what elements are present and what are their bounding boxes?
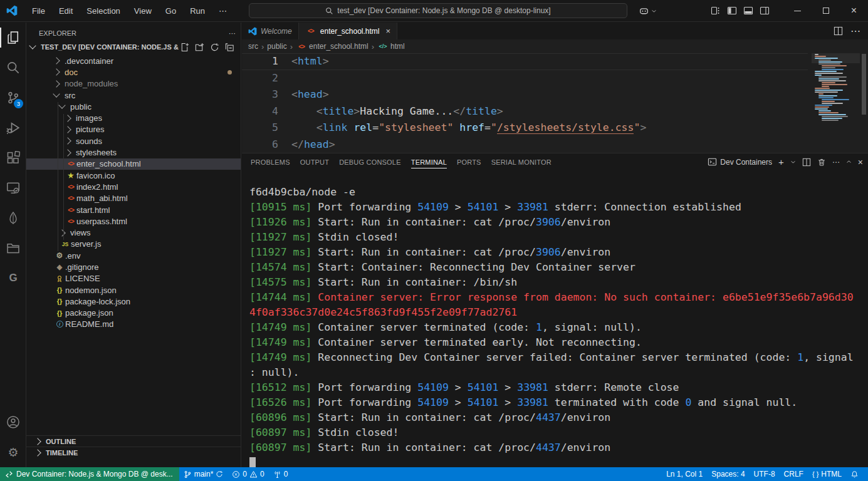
indentation[interactable]: Spaces: 4 <box>707 470 749 478</box>
terminal-dropdown-icon[interactable] <box>790 159 796 165</box>
new-terminal-icon[interactable]: + <box>778 157 784 167</box>
terminal-profile[interactable]: Dev Containers <box>708 157 772 167</box>
remote-indicator[interactable]: Dev Container: Node.js & Mongo DB @ desk… <box>0 467 179 481</box>
gitlens-icon[interactable]: G <box>0 263 26 293</box>
workspace-section-header[interactable]: TEST_DEV [DEV CONTAINER: NODE.JS & MONGO… <box>26 40 241 54</box>
menu-item-go[interactable]: Go <box>160 4 182 18</box>
menu-item-selection[interactable]: Selection <box>81 4 125 18</box>
collapse-all-icon[interactable] <box>225 43 234 52</box>
customize-layout-icon[interactable] <box>711 6 721 16</box>
toggle-sidebar-icon[interactable] <box>727 6 737 16</box>
remote-explorer-icon[interactable] <box>0 173 26 203</box>
tab-close-icon[interactable]: × <box>386 26 391 36</box>
maximize-panel-icon[interactable] <box>846 159 852 165</box>
command-center-search[interactable]: test_dev [Dev Container: Node.js & Mongo… <box>249 3 627 18</box>
panel-tab-problems[interactable]: PROBLEMS <box>251 155 290 170</box>
editor-scrollbar[interactable] <box>862 54 866 115</box>
tree-item-enter-school-html[interactable]: <>enter_school.html <box>26 158 241 170</box>
eol-sequence[interactable]: CRLF <box>780 470 808 478</box>
notifications-bell-icon[interactable] <box>846 470 863 478</box>
search-text: test_dev [Dev Container: Node.js & Mongo… <box>337 6 550 15</box>
new-folder-icon[interactable] <box>195 43 204 52</box>
tree-item--env[interactable]: ⚙.env <box>26 250 241 261</box>
git-branch-icon <box>184 470 192 478</box>
code-editor[interactable]: 123456 <html><head> <title>Hacking Game.… <box>242 53 868 153</box>
encoding[interactable]: UTF-8 <box>750 470 780 478</box>
tree-item-index2-html[interactable]: <>index2.html <box>26 181 241 192</box>
tree-item--gitignore[interactable]: ◈.gitignore <box>26 261 241 272</box>
search-icon[interactable] <box>0 53 26 83</box>
tree-item-package-lock-json[interactable]: {}package-lock.json <box>26 296 241 307</box>
menu-item-view[interactable]: View <box>128 4 157 18</box>
code-lines: <html><head> <title>Hacking Game...</tit… <box>291 53 646 153</box>
panel-tab-debug-console[interactable]: DEBUG CONSOLE <box>339 155 401 170</box>
extensions-icon[interactable] <box>0 143 26 173</box>
tab-welcome[interactable]: Welcome <box>242 23 299 39</box>
ports-item[interactable]: 0 <box>269 470 293 478</box>
new-file-icon[interactable] <box>180 43 189 52</box>
account-icon[interactable] <box>0 407 26 437</box>
tree-item-start-html[interactable]: <>start.html <box>26 204 241 215</box>
tree-item-server-js[interactable]: JSserver.js <box>26 239 241 250</box>
tree-item-views[interactable]: views <box>26 227 241 238</box>
breadcrumb-enter-school-html[interactable]: <>enter_school.html <box>296 42 369 51</box>
language-mode[interactable]: { } HTML <box>808 470 846 478</box>
toggle-panel-icon[interactable] <box>743 6 753 16</box>
tree-item-public[interactable]: public <box>26 101 241 112</box>
mongodb-icon[interactable] <box>0 203 26 233</box>
toggle-secondary-sidebar-icon[interactable] <box>760 6 770 16</box>
breadcrumb-public[interactable]: public <box>267 42 286 51</box>
panel-more-actions-icon[interactable]: ⋯ <box>832 158 840 167</box>
tree-item-images[interactable]: images <box>26 112 241 123</box>
split-editor-icon[interactable] <box>834 26 843 36</box>
problems-item[interactable]: 0 0 <box>227 470 268 478</box>
tree-item-node-modules[interactable]: node_modules <box>26 78 241 90</box>
tree-item-sounds[interactable]: sounds <box>26 135 241 147</box>
editor-more-actions-icon[interactable]: ⋯ <box>850 25 860 37</box>
breadcrumb-src[interactable]: src <box>248 42 258 51</box>
tree-item-readme-md[interactable]: iREADME.md <box>26 319 241 330</box>
close-panel-icon[interactable]: × <box>858 157 863 167</box>
tree-item-label: src <box>65 91 75 100</box>
tree-item-favicon-ico[interactable]: ★favicon.ico <box>26 170 241 181</box>
window-minimize-button[interactable] <box>783 0 812 21</box>
refresh-icon[interactable] <box>210 43 219 52</box>
tree-item-doc[interactable]: doc <box>26 66 241 78</box>
run-debug-icon[interactable] <box>0 113 26 143</box>
tree-item-license[interactable]: LICENSE <box>26 273 241 284</box>
tree-item-math-abi-html[interactable]: <>math_abi.html <box>26 193 241 204</box>
panel-tab-terminal[interactable]: TERMINAL <box>411 155 447 170</box>
explorer-icon[interactable] <box>0 23 26 53</box>
menu-item-file[interactable]: File <box>26 4 51 18</box>
cursor-position[interactable]: Ln 1, Col 1 <box>662 470 707 478</box>
minimap[interactable] <box>812 54 860 124</box>
tree-item-pictures[interactable]: pictures <box>26 124 241 135</box>
menu-item-[interactable]: ⋯ <box>213 4 233 18</box>
window-close-button[interactable]: × <box>840 0 868 21</box>
timeline-section[interactable]: TIMELINE <box>26 447 241 458</box>
outline-section[interactable]: OUTLINE <box>26 435 241 447</box>
panel-tab-output[interactable]: OUTPUT <box>300 155 329 170</box>
tab-enter-school[interactable]: <> enter_school.html × <box>299 23 397 39</box>
tree-item-stylesheets[interactable]: stylesheets <box>26 147 241 158</box>
menu-item-run[interactable]: Run <box>184 4 211 18</box>
settings-gear-icon[interactable]: ⚙ <box>0 437 26 467</box>
git-branch-item[interactable]: main* <box>179 470 228 478</box>
explorer-more-actions-icon[interactable]: ⋯ <box>229 29 236 38</box>
tree-item-src[interactable]: src <box>26 90 241 101</box>
tree-item--devcontainer[interactable]: .devcontainer <box>26 55 241 66</box>
breadcrumb-html[interactable]: </>html <box>377 42 405 51</box>
panel-tab-ports[interactable]: PORTS <box>457 155 481 170</box>
split-terminal-icon[interactable] <box>802 158 811 167</box>
tree-item-package-json[interactable]: {}package.json <box>26 308 241 319</box>
menu-item-edit[interactable]: Edit <box>53 4 78 18</box>
copilot-button[interactable] <box>639 6 657 16</box>
tree-item-userpass-html[interactable]: <>userpass.html <box>26 215 241 227</box>
terminal-output[interactable]: f6d4b9cba/node -e[10915 ms] Port forward… <box>242 170 868 467</box>
containers-icon[interactable] <box>0 233 26 263</box>
source-control-icon[interactable]: 3 <box>0 83 26 113</box>
panel-tab-serial-monitor[interactable]: SERIAL MONITOR <box>491 155 552 170</box>
kill-terminal-trash-icon[interactable] <box>817 158 826 167</box>
window-maximize-button[interactable] <box>812 0 840 21</box>
tree-item-nodemon-json[interactable]: {}nodemon.json <box>26 284 241 296</box>
